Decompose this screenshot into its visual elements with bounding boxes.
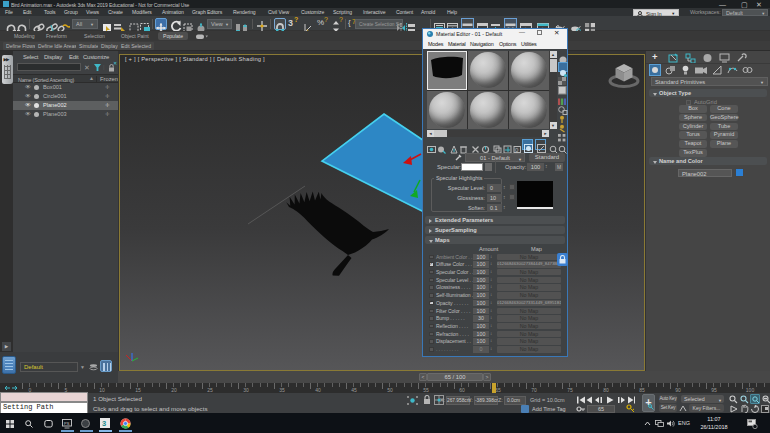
svg-text:PS: PS: [64, 421, 70, 426]
